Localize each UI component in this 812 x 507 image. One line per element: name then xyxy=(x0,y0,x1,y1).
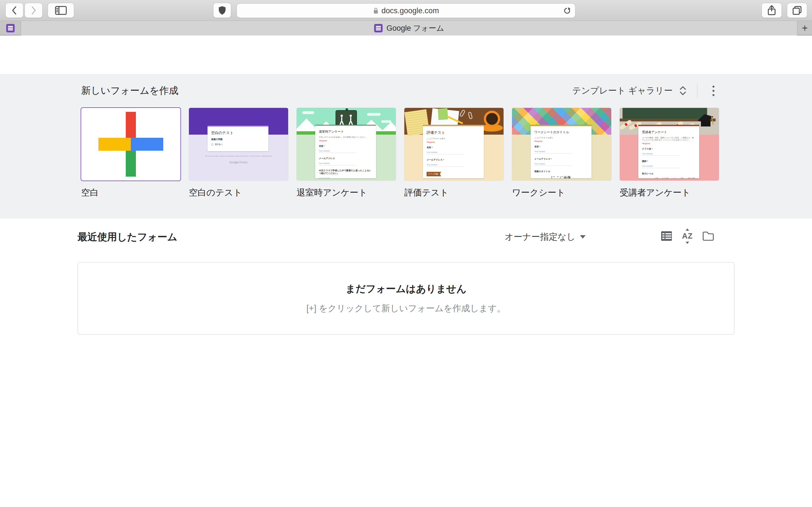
preview-form: 評価テスト ここにテキストを挿入. *Required 名前 * Your an… xyxy=(423,125,484,178)
tabs-icon xyxy=(792,5,802,15)
sidebar-icon xyxy=(55,6,67,15)
template-card-assessment[interactable]: 評価テスト ここにテキストを挿入. *Required 名前 * Your an… xyxy=(404,108,504,199)
divider xyxy=(697,84,698,98)
tab-google-forms[interactable]: Google フォーム xyxy=(21,21,797,36)
preview-form: 空白のテスト 無題の問題 選択肢 1 xyxy=(207,125,268,151)
caret-down-icon xyxy=(580,235,586,238)
empty-state-subtitle: [+] をクリックして新しいフォームを作成します。 xyxy=(78,302,734,314)
preview-form: 退室時アンケート 今日このクラスを出る前に、次の質問に答えてください。 *Req… xyxy=(315,125,376,178)
template-thumbnail-worksheet[interactable]: ワークシートのタイトル ここにテキストを挿入. *Required 名前 * Y… xyxy=(512,108,611,180)
template-thumbnail-exit-ticket[interactable]: 退室時アンケート 今日このクラスを出る前に、次の質問に答えてください。 *Req… xyxy=(297,108,396,180)
share-button[interactable] xyxy=(762,3,781,18)
template-card-course-evaluation[interactable]: 受講者アンケート コースの構成、内容、講師についてのご意見・ご感想など、修了した… xyxy=(620,108,719,199)
sort-button[interactable]: AZ xyxy=(679,228,695,244)
new-tab-button[interactable]: + xyxy=(798,21,812,36)
shield-icon xyxy=(218,5,226,15)
list-view-button[interactable] xyxy=(659,228,674,244)
list-view-icon xyxy=(661,231,672,241)
template-card-row: 空白 空白のテスト 無題の問題 選択肢 1 This content is ne… xyxy=(81,108,719,199)
preview-disclaimer: This content is neither created nor endo… xyxy=(199,155,278,157)
template-label: 退室時アンケート xyxy=(297,187,396,199)
lock-icon xyxy=(373,7,378,14)
template-thumbnail-course-evaluation[interactable]: 受講者アンケート コースの構成、内容、講師についてのご意見・ご感想など、修了した… xyxy=(620,108,719,180)
back-chevron-icon xyxy=(11,5,18,15)
template-gallery-button[interactable]: テンプレート ギャラリー xyxy=(572,85,673,97)
template-thumbnail-assessment[interactable]: 評価テスト ここにテキストを挿入. *Required 名前 * Your an… xyxy=(404,108,504,180)
app-header: Forms 検索 ECCS2016 Information Technology… xyxy=(0,36,812,74)
share-icon xyxy=(767,5,777,16)
radio-icon xyxy=(211,144,213,146)
template-gallery-section: 新しいフォームを作成 テンプレート ギャラリー xyxy=(0,74,812,219)
forward-button[interactable] xyxy=(25,3,42,18)
sort-az-icon: AZ xyxy=(682,232,693,240)
browser-toolbar: docs.google.com xyxy=(0,0,812,21)
recent-forms-section: 最近使用したフォーム オーナー指定なし AZ xyxy=(0,219,812,507)
section-title-recent-forms: 最近使用したフォーム xyxy=(78,230,177,244)
template-card-exit-ticket[interactable]: 退室時アンケート 今日このクラスを出る前に、次の質問に答えてください。 *Req… xyxy=(297,108,396,199)
sidebar-toggle-button[interactable] xyxy=(48,3,74,18)
template-card-blank-quiz[interactable]: 空白のテスト 無題の問題 選択肢 1 This content is neith… xyxy=(189,108,288,199)
template-label: 受講者アンケート xyxy=(620,187,719,199)
template-label: ワークシート xyxy=(512,187,611,199)
folder-icon xyxy=(702,231,714,241)
owner-filter-dropdown[interactable]: オーナー指定なし xyxy=(505,231,586,243)
screen: docs.google.com Google フォーム + xyxy=(0,0,812,507)
template-gallery-controls: テンプレート ギャラリー xyxy=(572,84,719,98)
template-thumbnail-blank[interactable] xyxy=(81,108,181,180)
view-controls: AZ xyxy=(659,228,716,244)
template-card-blank[interactable]: 空白 xyxy=(81,108,181,199)
empty-state-title: まだフォームはありません xyxy=(78,282,734,295)
google-plus-icon xyxy=(98,112,163,177)
empty-state-card: まだフォームはありません [+] をクリックして新しいフォームを作成します。 xyxy=(78,262,734,335)
tab-bar: Google フォーム + xyxy=(0,21,812,36)
template-label: 空白 xyxy=(81,187,181,199)
owner-filter-label: オーナー指定なし xyxy=(505,231,575,243)
tab-overview-button[interactable] xyxy=(787,3,807,18)
tab-title: Google フォーム xyxy=(387,23,444,33)
template-card-worksheet[interactable]: ワークシートのタイトル ここにテキストを挿入. *Required 名前 * Y… xyxy=(512,108,611,199)
back-button[interactable] xyxy=(6,3,23,18)
section-title-new-form: 新しいフォームを作成 xyxy=(81,84,179,97)
template-gallery-header: 新しいフォームを作成 テンプレート ギャラリー xyxy=(81,84,719,98)
privacy-shield-button[interactable] xyxy=(213,3,231,18)
unfold-more-icon[interactable] xyxy=(679,86,687,96)
more-options-button[interactable] xyxy=(708,84,719,98)
template-label: 空白のテスト xyxy=(189,187,288,199)
address-bar[interactable]: docs.google.com xyxy=(237,4,575,18)
forms-favicon-icon xyxy=(6,24,15,33)
pinned-tab-forms[interactable] xyxy=(0,21,21,36)
url-text: docs.google.com xyxy=(382,6,439,15)
preview-form: 受講者アンケート コースの構成、内容、講師についてのご意見・ご感想など、修了した… xyxy=(638,125,699,178)
forms-favicon-icon xyxy=(374,24,383,33)
open-file-picker-button[interactable] xyxy=(700,228,716,244)
forward-chevron-icon xyxy=(30,5,37,15)
reload-icon[interactable] xyxy=(563,7,571,15)
template-thumbnail-blank-quiz[interactable]: 空白のテスト 無題の問題 選択肢 1 This content is neith… xyxy=(189,108,288,180)
preview-footer: Google Forms xyxy=(189,161,288,164)
preview-form: ワークシートのタイトル ここにテキストを挿入. *Required 名前 * Y… xyxy=(530,125,592,178)
template-label: 評価テスト xyxy=(404,187,504,199)
